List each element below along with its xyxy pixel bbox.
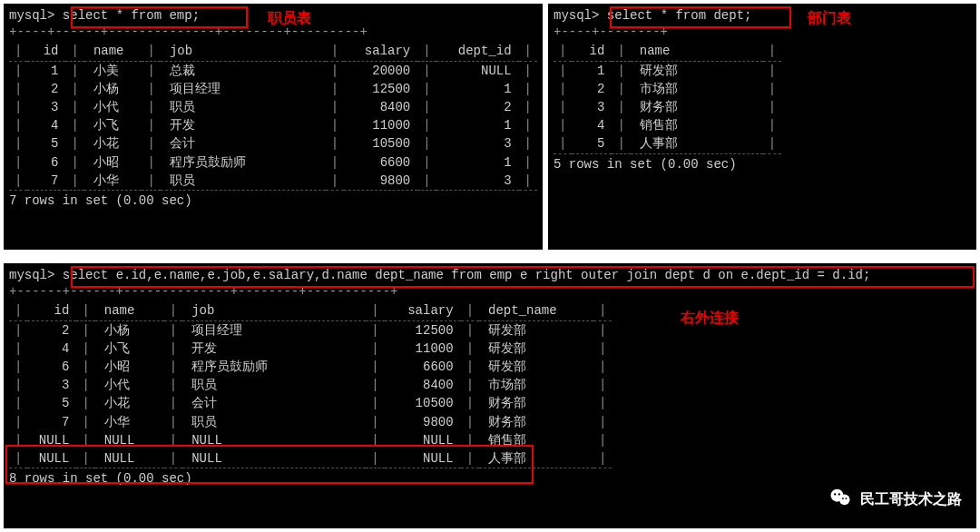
table-row: |3|小代|职员|8400|市场部|	[9, 376, 612, 394]
highlight-sql-emp	[71, 6, 248, 28]
mysql-prompt: mysql>	[554, 8, 599, 23]
mysql-prompt: mysql>	[9, 268, 54, 282]
table-row: |4|小飞|开发|11000|1|	[9, 116, 537, 134]
mysql-prompt: mysql>	[9, 8, 54, 23]
table-row: |1|小美|总裁|20000|NULL|	[9, 61, 537, 80]
table-row: |7|小华|职员|9800|财务部|	[9, 413, 612, 431]
svg-point-3	[838, 493, 840, 495]
table-row: |3|财务部|	[554, 98, 781, 116]
table-row: |4|销售部|	[554, 116, 781, 134]
table-row: |2|小杨|项目经理|12500|1|	[9, 80, 537, 98]
watermark: 民工哥技术之路	[828, 485, 962, 514]
highlight-sql-join	[71, 266, 975, 288]
table-row: |7|小华|职员|9800|3|	[9, 172, 537, 190]
svg-point-4	[842, 498, 844, 499]
result-footer: 7 rows in set (0.00 sec)	[9, 192, 537, 209]
table-row: |1|研发部|	[554, 61, 781, 80]
table-dept: |id |name| |1|研发部| |2|市场部| |3|财务部| |4|销售…	[554, 42, 781, 153]
highlight-sql-dept	[610, 6, 791, 28]
table-row: |5|小花|会计|10500|3|	[9, 134, 537, 153]
table-row: |4|小飞|开发|11000|研发部|	[9, 340, 612, 358]
terminal-emp: mysql> select * from emp; +----+------+-…	[4, 4, 543, 250]
wechat-icon	[828, 485, 860, 514]
label-dept-table: 部门表	[808, 9, 851, 28]
watermark-text: 民工哥技术之路	[860, 490, 962, 509]
svg-point-5	[845, 498, 847, 499]
table-row: |5|人事部|	[554, 134, 781, 153]
table-row: |5|小花|会计|10500|财务部|	[9, 394, 612, 412]
table-row: |3|小代|职员|8400|2|	[9, 98, 537, 116]
label-emp-table: 职员表	[268, 9, 311, 28]
highlight-null-rows	[5, 445, 534, 484]
table-join: |id |name |job |salary |dept_name| |2|小杨…	[9, 301, 612, 468]
table-row: |6|小昭|程序员鼓励师|6600|研发部|	[9, 358, 612, 376]
table-row: |6|小昭|程序员鼓励师|6600|1|	[9, 153, 537, 172]
result-footer: 5 rows in set (0.00 sec)	[554, 156, 971, 172]
table-emp: |id |name |job |salary |dept_id| |1|小美|总…	[9, 42, 537, 191]
table-row: |2|小杨|项目经理|12500|研发部|	[9, 320, 612, 340]
table-row: |2|市场部|	[554, 80, 781, 98]
svg-point-2	[834, 493, 836, 495]
label-right-outer-join: 右外连接	[681, 309, 739, 328]
terminal-dept: mysql> select * from dept; +----+-------…	[548, 4, 976, 250]
svg-point-1	[839, 495, 850, 506]
